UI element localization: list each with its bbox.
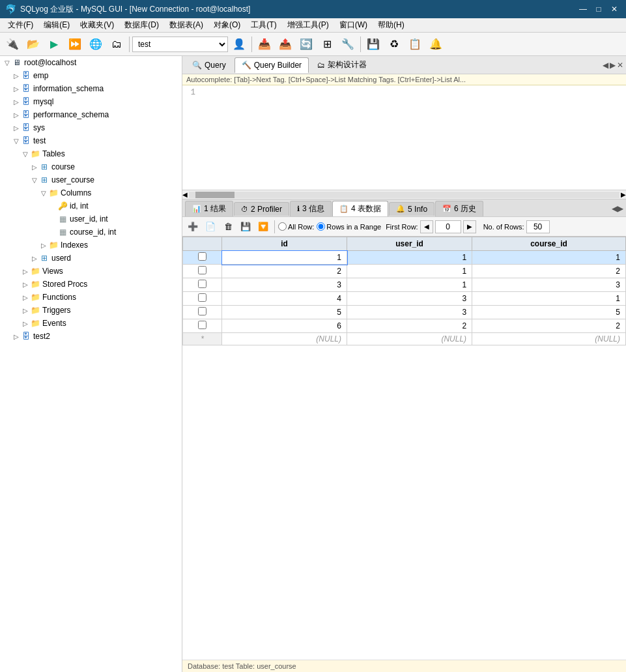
tab-query[interactable]: 🔍 Query: [185, 57, 233, 73]
row-prev-btn[interactable]: ◀: [420, 220, 433, 233]
sidebar-item-emp[interactable]: ▷ 🗄 emp: [0, 69, 182, 82]
toggle-emp[interactable]: ▷: [12, 71, 21, 80]
cell-user_id[interactable]: 1: [347, 278, 472, 292]
sidebar-item-information-schema[interactable]: ▷ 🗄 information_schema: [0, 82, 182, 95]
result-tab-1[interactable]: 📊 1 结果: [185, 201, 233, 216]
cell-id[interactable]: 4: [222, 292, 347, 306]
cell-course_id[interactable]: 5: [472, 306, 626, 319]
data-dup-btn[interactable]: 📄: [203, 219, 218, 235]
export-btn[interactable]: 📤: [276, 35, 295, 54]
toggle-test[interactable]: ▽: [12, 136, 21, 145]
result-tab-3[interactable]: ℹ 3 信息: [290, 201, 332, 216]
toggle-triggers[interactable]: ▷: [21, 306, 30, 315]
sidebar-item-mysql[interactable]: ▷ 🗄 mysql: [0, 95, 182, 108]
cell-user_id[interactable]: 3: [347, 292, 472, 306]
toggle-columns[interactable]: ▽: [39, 188, 48, 197]
scroll-right-btn[interactable]: ▶: [621, 191, 626, 198]
cell-id[interactable]: 2: [222, 265, 347, 278]
data-del-btn[interactable]: 🗑: [220, 219, 236, 235]
cell-course_id[interactable]: 2: [472, 319, 626, 333]
tab-nav-left[interactable]: ◀: [603, 61, 608, 70]
menu-tools[interactable]: 工具(T): [246, 18, 281, 32]
toggle-test2[interactable]: ▷: [12, 332, 21, 341]
sidebar-item-functions[interactable]: ▷ 📁 Functions: [0, 291, 182, 304]
menu-object[interactable]: 对象(O): [208, 18, 246, 32]
sidebar-item-user-course[interactable]: ▽ ⊞ user_course: [0, 173, 182, 186]
toggle-sys[interactable]: ▷: [12, 123, 21, 132]
close-button[interactable]: ✕: [608, 3, 621, 16]
row-checkbox[interactable]: [198, 252, 206, 261]
result-tab-nav-right[interactable]: ▶: [618, 204, 623, 213]
sidebar-item-stored-procs[interactable]: ▷ 📁 Stored Procs: [0, 278, 182, 291]
toggle-procs[interactable]: ▷: [21, 280, 30, 289]
sidebar-item-course[interactable]: ▷ ⊞ course: [0, 160, 182, 173]
row-checkbox[interactable]: [198, 293, 206, 302]
menu-help[interactable]: 帮助(H): [373, 18, 410, 32]
execute-all-btn[interactable]: ⏩: [65, 35, 85, 54]
toggle-userd[interactable]: ▷: [30, 254, 39, 263]
task-btn[interactable]: 📋: [405, 35, 425, 54]
toggle-events[interactable]: ▷: [21, 319, 30, 328]
row-next-btn[interactable]: ▶: [463, 220, 476, 233]
sidebar-item-columns[interactable]: ▽ 📁 Columns: [0, 186, 182, 199]
minimize-button[interactable]: —: [576, 3, 590, 16]
execute-btn[interactable]: ▶: [44, 35, 64, 54]
cell-id[interactable]: 5: [222, 306, 347, 319]
radio-all[interactable]: All Row:: [278, 222, 314, 231]
toggle-mysql[interactable]: ▷: [12, 97, 21, 106]
first-row-input[interactable]: [435, 220, 461, 233]
cell-user_id[interactable]: 2: [347, 319, 472, 333]
row-checkbox[interactable]: [198, 321, 206, 329]
data-save-btn[interactable]: 💾: [238, 219, 253, 235]
result-tab-2[interactable]: ⏱ 2 Profiler: [234, 202, 289, 216]
menu-file[interactable]: 文件(F): [3, 18, 38, 32]
browser-btn[interactable]: 🌐: [86, 35, 106, 54]
radio-all-input[interactable]: [278, 222, 287, 231]
menu-favorites[interactable]: 收藏夹(V): [75, 18, 119, 32]
sidebar-item-indexes[interactable]: ▷ 📁 Indexes: [0, 239, 182, 252]
cell-course_id[interactable]: 1: [472, 292, 626, 306]
new-row-cell-course_id[interactable]: (NULL): [472, 333, 626, 345]
radio-range[interactable]: Rows in a Range: [317, 222, 381, 231]
sidebar-item-triggers[interactable]: ▷ 📁 Triggers: [0, 304, 182, 317]
toggle-user-course[interactable]: ▽: [30, 175, 39, 184]
open-btn[interactable]: 📂: [23, 35, 43, 54]
grid-btn[interactable]: ⊞: [317, 35, 337, 54]
toggle-indexes[interactable]: ▷: [39, 241, 48, 250]
cell-course_id[interactable]: 3: [472, 278, 626, 292]
sidebar-item-test[interactable]: ▽ 🗄 test: [0, 134, 182, 147]
tab-nav-right[interactable]: ▶: [610, 61, 616, 70]
new-row-cell-id[interactable]: (NULL): [222, 333, 347, 345]
cell-course_id[interactable]: 2: [472, 265, 626, 278]
toggle-root[interactable]: ▽: [3, 58, 12, 67]
toggle-tables[interactable]: ▽: [21, 149, 30, 158]
result-tab-6[interactable]: 📅 6 历史: [435, 201, 483, 216]
toggle-info[interactable]: ▷: [12, 84, 21, 93]
sidebar-item-events[interactable]: ▷ 📁 Events: [0, 317, 182, 330]
result-tab-4[interactable]: 📋 4 表数据: [332, 201, 388, 216]
sidebar-col-user-id[interactable]: ▦ user_id, int: [0, 212, 182, 226]
scroll-left-btn[interactable]: ◀: [182, 191, 188, 198]
sidebar-item-test2[interactable]: ▷ 🗄 test2: [0, 330, 182, 343]
sync-btn[interactable]: 🔄: [296, 35, 316, 54]
cell-id[interactable]: 6: [222, 319, 347, 333]
user-btn[interactable]: 👤: [229, 35, 249, 54]
menu-advanced-tools[interactable]: 增强工具(P): [282, 18, 334, 32]
tab-query-builder[interactable]: 🔨 Query Builder: [235, 57, 309, 73]
row-checkbox[interactable]: [198, 266, 206, 274]
query-content[interactable]: [186, 88, 622, 179]
menu-database[interactable]: 数据库(D): [119, 18, 164, 32]
sidebar-col-course-id[interactable]: ▦ course_id, int: [0, 226, 182, 239]
scrollbar-thumb[interactable]: [195, 192, 235, 198]
import-btn[interactable]: 📥: [255, 35, 274, 54]
toggle-views[interactable]: ▷: [21, 267, 30, 276]
data-add-btn[interactable]: ➕: [185, 219, 201, 235]
cell-user_id[interactable]: 1: [347, 251, 472, 265]
row-checkbox[interactable]: [198, 307, 206, 315]
menu-table[interactable]: 数据表(A): [164, 18, 208, 32]
toggle-course[interactable]: ▷: [30, 162, 39, 171]
col-header-id[interactable]: id: [222, 237, 347, 251]
tab-close[interactable]: ✕: [617, 61, 623, 70]
sidebar-item-perf[interactable]: ▷ 🗄 performance_schema: [0, 108, 182, 121]
no-of-rows-input[interactable]: [526, 220, 550, 233]
